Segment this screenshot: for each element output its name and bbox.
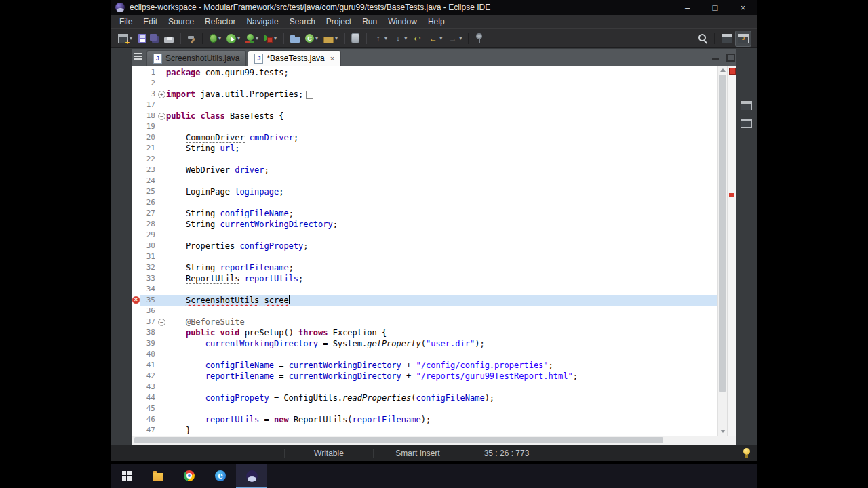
gutter-marker-area[interactable] xyxy=(132,132,140,143)
toolbar-new-package-button[interactable]: ▾ xyxy=(321,31,340,46)
fold-collapse-icon[interactable]: − xyxy=(158,113,165,120)
code-text[interactable]: String reportFilename; xyxy=(166,262,717,273)
vertical-scrollbar-thumb[interactable] xyxy=(719,75,726,392)
code-text[interactable]: } xyxy=(166,425,717,436)
restore-view-button[interactable] xyxy=(741,101,752,110)
dropdown-caret-icon[interactable]: ▾ xyxy=(130,35,132,41)
overview-error-status-icon[interactable] xyxy=(729,68,736,75)
gutter-marker-area[interactable] xyxy=(132,121,140,132)
gutter-marker-area[interactable] xyxy=(132,165,140,176)
code-lines[interactable]: 1package com.guru99.tests;23+import java… xyxy=(132,66,717,436)
code-text[interactable]: configPropety = ConfigUtils.readProperti… xyxy=(166,392,717,403)
taskbar-start-button[interactable] xyxy=(111,464,142,488)
code-text[interactable] xyxy=(166,121,717,132)
gutter-marker-area[interactable] xyxy=(132,306,140,317)
code-text[interactable]: ScreenshotUtils scree xyxy=(166,295,717,306)
code-text[interactable]: reportFilename = currentWorkingDirectory… xyxy=(166,371,717,382)
gutter-marker-area[interactable]: × xyxy=(132,295,140,306)
gutter-marker-area[interactable] xyxy=(132,219,140,230)
code-text[interactable]: configFileName = currentWorkingDirectory… xyxy=(166,360,717,371)
folded-region-icon[interactable] xyxy=(306,91,313,99)
taskbar-eclipse[interactable] xyxy=(236,464,267,488)
toolbar-build-all-button[interactable] xyxy=(185,31,198,46)
code-text[interactable]: CommonDriver cmnDriver; xyxy=(166,132,717,143)
code-text[interactable]: package com.guru99.tests; xyxy=(166,67,717,78)
toolbar-debug-button[interactable]: ▾ xyxy=(208,31,223,46)
gutter-marker-area[interactable] xyxy=(132,230,140,241)
toolbar-coverage-button[interactable]: ▾ xyxy=(243,31,260,46)
code-text[interactable]: WebDriver driver; xyxy=(166,165,717,176)
menu-edit[interactable]: Edit xyxy=(138,16,163,28)
maximize-button[interactable]: □ xyxy=(701,0,729,15)
gutter-marker-area[interactable] xyxy=(132,273,140,284)
dropdown-caret-icon[interactable]: ▾ xyxy=(335,35,338,41)
toolbar-new-java-project-button[interactable] xyxy=(288,31,302,46)
toolbar-forward-button[interactable]: →▾ xyxy=(446,31,464,46)
restore-view-button-2[interactable] xyxy=(741,119,752,128)
dropdown-caret-icon[interactable]: ▾ xyxy=(274,35,277,41)
vertical-scrollbar[interactable] xyxy=(717,66,727,436)
overview-error-marker[interactable] xyxy=(729,193,734,197)
minimize-button[interactable]: – xyxy=(673,0,701,15)
dropdown-caret-icon[interactable]: ▾ xyxy=(256,35,258,41)
code-text[interactable]: reportUtils = new ReportUtils(reportFile… xyxy=(166,414,717,425)
scroll-up-arrow-icon[interactable] xyxy=(720,68,726,72)
code-text[interactable] xyxy=(166,306,717,317)
code-text[interactable]: Properties configPropety; xyxy=(166,241,717,251)
gutter-marker-area[interactable] xyxy=(132,414,140,425)
menu-navigate[interactable]: Navigate xyxy=(241,16,283,28)
code-text[interactable] xyxy=(166,251,717,262)
toolbar-save-all-button[interactable] xyxy=(150,31,161,46)
code-text[interactable]: public void preSetup() throws Exception … xyxy=(166,327,717,338)
code-text[interactable] xyxy=(166,176,717,186)
menu-refactor[interactable]: Refactor xyxy=(199,16,241,28)
gutter-marker-area[interactable] xyxy=(132,100,140,110)
code-text[interactable]: String configFileName; xyxy=(166,208,717,219)
gutter-marker-area[interactable] xyxy=(132,110,140,121)
gutter-marker-area[interactable] xyxy=(132,262,140,273)
toolbar-last-edit-button[interactable]: ↩ xyxy=(410,31,425,46)
overview-ruler[interactable] xyxy=(727,66,736,436)
gutter-marker-area[interactable] xyxy=(132,154,140,165)
gutter-marker-area[interactable] xyxy=(132,186,140,197)
code-text[interactable] xyxy=(166,284,717,295)
dropdown-caret-icon[interactable]: ▾ xyxy=(237,35,240,41)
gutter-marker-area[interactable] xyxy=(132,327,140,338)
gutter-marker-area[interactable] xyxy=(132,284,140,295)
code-text[interactable] xyxy=(166,403,717,414)
taskbar-chrome[interactable] xyxy=(174,464,205,488)
taskbar-file-explorer[interactable] xyxy=(142,464,174,488)
gutter-marker-area[interactable] xyxy=(132,425,140,436)
toolbar-save-button[interactable] xyxy=(136,31,149,46)
toolbar-run-button[interactable]: ▾ xyxy=(224,31,242,46)
dropdown-caret-icon[interactable]: ▾ xyxy=(404,35,407,41)
code-text[interactable] xyxy=(166,154,717,165)
toolbar-new-wizard-button[interactable]: ▾ xyxy=(116,31,134,46)
editor-list-icon[interactable] xyxy=(134,53,142,61)
editor-tab-1[interactable]: JScreenshotUtils.java xyxy=(146,50,246,66)
code-text[interactable] xyxy=(166,382,717,392)
code-text[interactable]: public class BaseTests { xyxy=(166,110,717,121)
gutter-marker-area[interactable] xyxy=(132,197,140,208)
code-text[interactable]: import java.util.Properties; xyxy=(166,89,717,100)
gutter-marker-area[interactable] xyxy=(132,392,140,403)
gutter-marker-area[interactable] xyxy=(132,338,140,349)
gutter-marker-area[interactable] xyxy=(132,241,140,251)
horizontal-scrollbar[interactable] xyxy=(132,436,736,445)
notification-bulb-icon[interactable] xyxy=(741,447,752,458)
gutter-marker-area[interactable] xyxy=(132,349,140,360)
dropdown-caret-icon[interactable]: ▾ xyxy=(439,35,442,41)
dropdown-caret-icon[interactable]: ▾ xyxy=(315,35,318,41)
gutter-marker-area[interactable] xyxy=(132,382,140,392)
taskbar-edge[interactable]: e xyxy=(205,464,236,488)
gutter-marker-area[interactable] xyxy=(132,251,140,262)
editor-tab-2[interactable]: J*BaseTests.java× xyxy=(248,50,341,66)
gutter-marker-area[interactable] xyxy=(132,67,140,78)
toolbar-back-button[interactable]: ←▾ xyxy=(426,31,444,46)
code-text[interactable]: ReportUtils reportUtils; xyxy=(166,273,717,284)
gutter-marker-area[interactable] xyxy=(132,371,140,382)
gutter-marker-area[interactable] xyxy=(132,317,140,327)
close-button[interactable]: × xyxy=(729,0,757,15)
gutter-marker-area[interactable] xyxy=(132,208,140,219)
code-text[interactable] xyxy=(166,230,717,241)
